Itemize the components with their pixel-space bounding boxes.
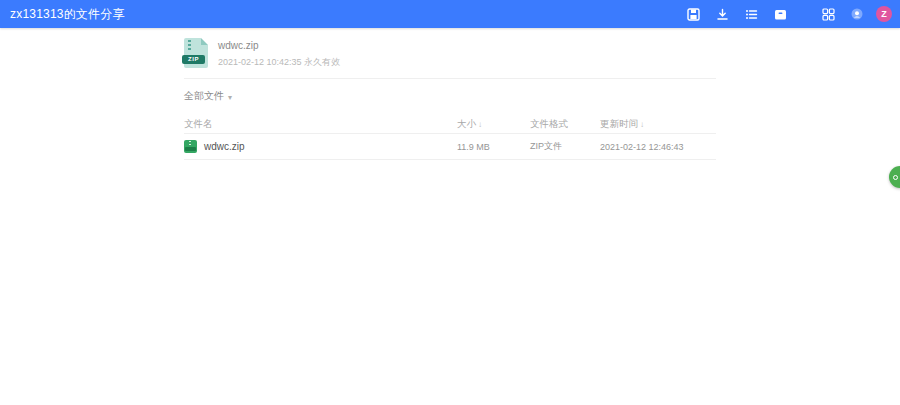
apps-grid-icon: [822, 8, 835, 21]
share-text: wdwc.zip 2021-02-12 10:42:35 永久有效: [218, 38, 340, 69]
avatar-letter: Z: [881, 9, 887, 19]
share-info-block: ZIP wdwc.zip 2021-02-12 10:42:35 永久有效: [184, 36, 716, 69]
package-icon: [774, 8, 787, 21]
file-name-cell: wdwc.zip: [184, 140, 457, 153]
file-time-cell: 2021-02-12 12:46:43: [600, 142, 716, 152]
file-list-button[interactable]: [741, 4, 761, 24]
column-header-name[interactable]: 文件名: [184, 118, 457, 131]
share-content: ZIP wdwc.zip 2021-02-12 10:42:35 永久有效 全部…: [184, 28, 716, 160]
divider: [184, 78, 716, 79]
divider: [184, 159, 716, 160]
column-header-time[interactable]: 更新时间 ↓: [600, 118, 716, 131]
zip-file-icon-small: [184, 140, 197, 153]
download-icon: [716, 8, 729, 21]
zip-badge: ZIP: [182, 55, 205, 64]
table-header-row: 文件名 大小 ↓ 文件格式 更新时间 ↓: [184, 115, 716, 133]
sort-down-icon: ↓: [478, 120, 482, 129]
sort-down-icon: ↓: [640, 120, 644, 129]
toolbar: Z: [683, 4, 892, 24]
download-button[interactable]: [712, 4, 732, 24]
file-format-cell: ZIP文件: [530, 140, 600, 153]
user-avatar[interactable]: Z: [876, 6, 892, 22]
column-header-format[interactable]: 文件格式: [530, 118, 600, 131]
column-header-size[interactable]: 大小 ↓: [457, 118, 530, 131]
file-name: wdwc.zip: [204, 141, 245, 152]
chevron-down-icon: ▾: [228, 93, 232, 102]
breadcrumb-all-files: 全部文件: [184, 89, 224, 103]
list-icon: [745, 8, 758, 21]
floating-action-button[interactable]: [889, 166, 900, 188]
apps-grid-button[interactable]: [818, 4, 838, 24]
breadcrumb[interactable]: 全部文件 ▾: [184, 89, 716, 103]
package-button[interactable]: [770, 4, 790, 24]
service-dot-icon: [893, 175, 898, 180]
service-icon: [850, 7, 864, 21]
file-size-cell: 11.9 MB: [457, 142, 530, 152]
zip-file-icon: ZIP: [184, 38, 208, 68]
save-to-drive-button[interactable]: [683, 4, 703, 24]
customer-service-button[interactable]: [847, 4, 867, 24]
share-meta: 2021-02-12 10:42:35 永久有效: [218, 56, 340, 69]
page-title: zx131313的文件分享: [10, 6, 125, 23]
shared-file-name: wdwc.zip: [218, 39, 340, 53]
top-bar: zx131313的文件分享: [0, 0, 900, 28]
table-row[interactable]: wdwc.zip 11.9 MB ZIP文件 2021-02-12 12:46:…: [184, 134, 716, 159]
save-icon: [687, 8, 700, 21]
